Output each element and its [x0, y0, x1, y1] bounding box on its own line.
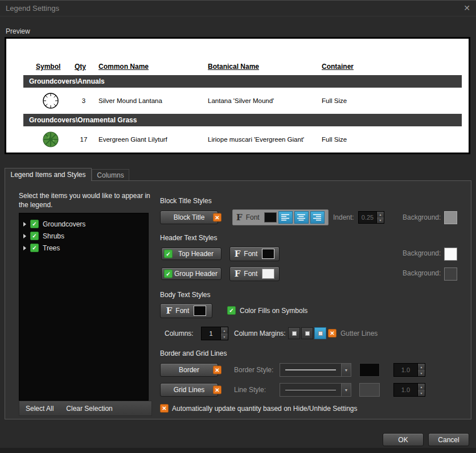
- body-font-color-swatch[interactable]: [194, 306, 206, 316]
- group-header-background-swatch[interactable]: [444, 267, 457, 281]
- plant-symbol-annual-icon: [40, 90, 61, 113]
- title-bar: Legend Settings ✕: [0, 1, 476, 17]
- group-header-button[interactable]: ✓ Group Header: [161, 267, 221, 280]
- align-right-button[interactable]: [310, 211, 325, 224]
- group-header-font-color-swatch[interactable]: [262, 269, 274, 279]
- tree-item-trees[interactable]: ✓ Trees: [19, 242, 148, 254]
- color-fills-label: Color Fills on Symbols: [240, 304, 307, 318]
- spinner-up-icon[interactable]: ▲: [221, 327, 228, 333]
- column-margin-none-button[interactable]: [288, 327, 300, 339]
- border-style-dropdown[interactable]: ▼: [280, 363, 351, 377]
- disabled-cross-icon[interactable]: ✕: [213, 366, 221, 374]
- spinner-down-icon[interactable]: ▼: [221, 333, 228, 340]
- indent-spinner[interactable]: 0.25 ▲▼: [358, 211, 384, 224]
- spinner-up-icon[interactable]: ▲: [418, 364, 425, 370]
- section-body-text-styles: Body Text Styles: [160, 291, 211, 299]
- legend-preview: Symbol Qty Common Name Botanical Name Co…: [5, 37, 470, 154]
- block-title-background-swatch[interactable]: [444, 211, 457, 224]
- grid-line-color-swatch[interactable]: [359, 383, 380, 397]
- qty-cell: 3: [75, 89, 93, 113]
- chevron-down-icon[interactable]: ▼: [341, 364, 351, 376]
- align-center-button[interactable]: [294, 211, 309, 224]
- select-all-button[interactable]: Select All: [19, 401, 60, 415]
- expand-arrow-icon[interactable]: [23, 246, 26, 250]
- spinner-down-icon[interactable]: ▼: [377, 217, 384, 223]
- border-button[interactable]: Border ✕: [160, 363, 218, 377]
- auto-update-quantity-checkbox[interactable]: ✕: [160, 404, 169, 413]
- spinner-down-icon[interactable]: ▼: [418, 370, 425, 376]
- border-width-spinner[interactable]: 1.0 ▲▼: [393, 363, 425, 377]
- checkbox-groundcovers[interactable]: ✓: [30, 220, 39, 228]
- common-name-cell: Evergreen Giant Lilyturf: [99, 127, 167, 151]
- spinner-up-icon[interactable]: ▲: [418, 384, 425, 390]
- tab-legend-items-and-styles[interactable]: Legend Items and Styles: [5, 168, 92, 181]
- column-header-qty: Qty: [75, 63, 86, 71]
- legend-row-grass: 17 Evergreen Giant Lilyturf Liriope musc…: [6, 127, 469, 151]
- border-button-label: Border: [179, 366, 199, 374]
- container-cell: Full Size: [322, 127, 347, 151]
- tab-columns[interactable]: Columns: [92, 169, 129, 181]
- block-title-font-group: F Font: [232, 209, 329, 225]
- top-header-background-swatch[interactable]: [444, 248, 457, 261]
- cancel-button[interactable]: Cancel: [428, 433, 469, 446]
- font-label: Font: [244, 250, 257, 258]
- tree-item-shrubs[interactable]: ✓ Shrubs: [19, 230, 148, 242]
- group-header-font-button[interactable]: F Font: [229, 266, 280, 281]
- chevron-down-icon[interactable]: ▼: [341, 384, 351, 396]
- block-title-button-label: Block Title: [174, 213, 205, 221]
- spinner-arrows[interactable]: ▲▼: [417, 364, 425, 376]
- gutter-lines-checkbox[interactable]: ✕: [328, 329, 337, 337]
- top-header-font-button[interactable]: F Font: [229, 246, 280, 261]
- plant-symbol-grass-icon: [40, 129, 61, 152]
- color-fills-checkbox[interactable]: ✓: [227, 306, 236, 315]
- font-label: Font: [175, 307, 189, 315]
- indent-label: Indent:: [333, 211, 354, 224]
- body-font-button[interactable]: F Font: [160, 303, 212, 318]
- align-left-button[interactable]: [278, 211, 293, 224]
- columns-label: Columns:: [165, 327, 194, 340]
- grid-line-width-spinner[interactable]: 1.0 ▲▼: [393, 383, 425, 397]
- preview-label: Preview: [6, 27, 30, 35]
- expand-arrow-icon[interactable]: [23, 234, 26, 238]
- section-border-and-grid-lines: Border and Grid Lines: [160, 349, 227, 357]
- column-header-botanical-name: Botanical Name: [208, 63, 259, 71]
- spinner-arrows[interactable]: ▲▼: [417, 384, 425, 396]
- expand-arrow-icon[interactable]: [23, 222, 26, 226]
- font-label: Font: [246, 213, 260, 221]
- font-label: Font: [244, 270, 257, 278]
- grid-line-width-value: 1.0: [394, 386, 417, 393]
- column-margin-narrow-button[interactable]: [301, 327, 313, 339]
- spinner-arrows[interactable]: ▲▼: [376, 212, 384, 223]
- botanical-name-cell: Liriope muscari 'Evergreen Giant': [208, 127, 304, 151]
- top-header-button[interactable]: ✓ Top Header: [161, 248, 221, 260]
- background-label: Background:: [403, 266, 441, 280]
- close-icon[interactable]: ✕: [463, 1, 470, 16]
- columns-spinner[interactable]: 1 ▲▼: [201, 327, 228, 340]
- column-header-container: Container: [322, 63, 354, 71]
- column-margin-wide-button[interactable]: [314, 327, 326, 339]
- spinner-arrows[interactable]: ▲▼: [220, 327, 228, 340]
- checkbox-trees[interactable]: ✓: [30, 244, 39, 252]
- border-width-value: 1.0: [394, 366, 417, 373]
- clear-selection-button[interactable]: Clear Selection: [60, 401, 118, 415]
- spinner-up-icon[interactable]: ▲: [377, 212, 384, 217]
- ok-button[interactable]: OK: [383, 433, 424, 446]
- top-header-button-label: Top Header: [178, 250, 214, 258]
- enabled-check-icon[interactable]: ✓: [164, 270, 173, 278]
- line-style-dropdown[interactable]: ▼: [280, 383, 351, 397]
- disabled-cross-icon[interactable]: ✕: [213, 213, 221, 222]
- disabled-cross-icon[interactable]: ✕: [213, 386, 221, 394]
- window-title: Legend Settings: [6, 1, 59, 16]
- checkbox-shrubs[interactable]: ✓: [30, 232, 39, 240]
- enabled-check-icon[interactable]: ✓: [164, 250, 173, 258]
- legend-row-annual: 3 Silver Mound Lantana Lantana 'Silver M…: [6, 89, 469, 113]
- section-header-text-styles: Header Text Styles: [160, 234, 218, 242]
- border-color-swatch[interactable]: [359, 363, 380, 377]
- grid-lines-button[interactable]: Grid Lines ✕: [160, 383, 218, 397]
- block-title-button[interactable]: Block Title ✕: [160, 211, 218, 224]
- column-header-symbol: Symbol: [36, 63, 60, 71]
- block-title-font-color-swatch[interactable]: [264, 212, 277, 223]
- spinner-down-icon[interactable]: ▼: [418, 390, 425, 396]
- top-header-font-color-swatch[interactable]: [262, 249, 274, 259]
- tree-item-groundcovers[interactable]: ✓ Groundcovers: [19, 218, 148, 230]
